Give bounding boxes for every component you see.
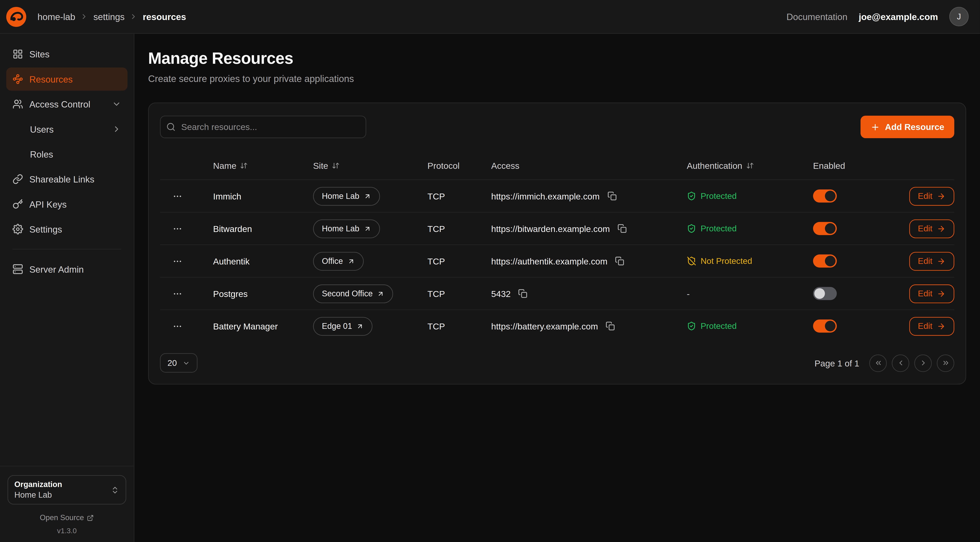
resource-name: Bitwarden — [213, 223, 313, 234]
pager: Page 1 of 1 — [815, 354, 954, 372]
enabled-toggle[interactable] — [813, 222, 837, 235]
page-subtitle: Create secure proxies to your private ap… — [148, 73, 966, 84]
breadcrumb-settings[interactable]: settings — [93, 12, 125, 22]
sort-icon[interactable] — [746, 162, 754, 169]
edit-button[interactable]: Edit — [909, 187, 954, 206]
sidebar-item-label: Roles — [30, 149, 53, 159]
chevron-right-icon — [112, 124, 121, 134]
arrow-right-icon — [937, 192, 945, 201]
ellipsis-icon — [172, 321, 183, 331]
arrow-right-icon — [937, 322, 945, 330]
copy-button[interactable] — [616, 223, 628, 234]
column-protocol-label: Protocol — [427, 161, 460, 171]
body-row: Sites Resources Access Control Users Rol… — [0, 34, 980, 542]
user-email[interactable]: joe@example.com — [859, 12, 938, 22]
row-menu-button[interactable] — [170, 286, 185, 301]
copy-button[interactable] — [606, 190, 618, 202]
column-name-label: Name — [213, 161, 236, 171]
sort-icon[interactable] — [240, 162, 248, 169]
copy-button[interactable] — [604, 320, 616, 332]
row-menu-button[interactable] — [170, 319, 185, 333]
add-resource-button[interactable]: Add Resource — [861, 116, 954, 138]
avatar[interactable]: J — [949, 7, 969, 26]
edit-button[interactable]: Edit — [909, 317, 954, 335]
arrow-up-right-icon — [364, 225, 371, 233]
sidebar-item-label: API Keys — [29, 199, 67, 209]
documentation-link[interactable]: Documentation — [786, 12, 847, 22]
auth-status: - — [687, 289, 690, 298]
sidebar: Sites Resources Access Control Users Rol… — [0, 34, 134, 542]
enabled-toggle[interactable] — [813, 190, 837, 202]
shield-check-icon — [687, 191, 696, 201]
site-link[interactable]: Home Lab — [313, 219, 380, 238]
table-row: Bitwarden Home Lab TCP https://bitwarden… — [160, 212, 954, 244]
table-row: Battery Manager Edge 01 TCP https://batt… — [160, 309, 954, 342]
sidebar-item-resources[interactable]: Resources — [6, 67, 127, 91]
enabled-toggle[interactable] — [813, 255, 837, 268]
edit-button[interactable]: Edit — [909, 219, 954, 238]
page-size-select[interactable]: 20 — [160, 353, 197, 373]
sidebar-footer: Organization Home Lab Open Source v1.3.0 — [0, 466, 134, 542]
row-menu-button[interactable] — [170, 221, 185, 236]
resource-rows: Immich Home Lab TCP https://immich.examp… — [160, 179, 954, 342]
breadcrumb: home-lab settings resources — [38, 12, 186, 22]
sidebar-item-sites[interactable]: Sites — [6, 43, 127, 65]
site-link[interactable]: Office — [313, 252, 364, 270]
arrow-up-right-icon — [356, 322, 364, 330]
site-link[interactable]: Second Office — [313, 284, 393, 303]
sidebar-item-access-control[interactable]: Access Control — [6, 92, 127, 116]
edit-button[interactable]: Edit — [909, 284, 954, 303]
chevrons-up-down-icon — [111, 485, 119, 494]
sidebar-item-settings[interactable]: Settings — [6, 218, 127, 241]
sidebar-item-shareable-links[interactable]: Shareable Links — [6, 167, 127, 191]
enabled-toggle[interactable] — [813, 319, 837, 333]
chevron-right-icon — [80, 13, 89, 21]
last-page-button[interactable] — [937, 354, 954, 372]
edit-button[interactable]: Edit — [909, 252, 954, 270]
link-icon — [13, 174, 23, 184]
sidebar-divider — [13, 249, 121, 249]
sidebar-item-server-admin[interactable]: Server Admin — [6, 258, 127, 281]
table-row: Postgres Second Office TCP 5432 - Edit — [160, 277, 954, 309]
resource-name: Postgres — [213, 289, 313, 298]
shield-check-icon — [687, 224, 696, 233]
sidebar-item-roles[interactable]: Roles — [6, 142, 127, 166]
pangolin-logo[interactable] — [5, 5, 27, 28]
add-resource-label: Add Resource — [885, 122, 944, 132]
open-source-link[interactable]: Open Source — [8, 513, 126, 522]
chevron-right-icon — [919, 359, 927, 367]
copy-button[interactable] — [614, 255, 625, 267]
copy-button[interactable] — [517, 287, 529, 300]
auth-status: Not Protected — [687, 256, 752, 266]
table-header: Name Site Protocol Access Authenticati — [160, 152, 954, 179]
search-input[interactable] — [160, 116, 366, 138]
breadcrumb-home-lab[interactable]: home-lab — [38, 12, 75, 22]
breadcrumb-resources: resources — [143, 12, 186, 22]
row-menu-button[interactable] — [170, 253, 185, 268]
sidebar-item-users[interactable]: Users — [6, 118, 127, 140]
sidebar-item-api-keys[interactable]: API Keys — [6, 193, 127, 215]
next-page-button[interactable] — [914, 354, 932, 372]
column-enabled-label: Enabled — [813, 161, 845, 171]
previous-page-button[interactable] — [892, 354, 909, 372]
site-link[interactable]: Edge 01 — [313, 317, 373, 335]
table-row: Authentik Office TCP https://authentik.e… — [160, 244, 954, 277]
resource-name: Authentik — [213, 256, 313, 266]
sort-icon[interactable] — [332, 162, 339, 169]
access-url: https://immich.example.com — [491, 191, 600, 201]
arrow-up-right-icon — [377, 290, 385, 297]
resources-toolbar: Add Resource — [160, 116, 954, 138]
resources-panel: Add Resource Name Site Protocol — [148, 103, 966, 385]
protocol: TCP — [427, 321, 491, 331]
enabled-toggle[interactable] — [813, 287, 837, 300]
copy-icon — [607, 191, 617, 201]
arrow-up-right-icon — [364, 192, 371, 200]
first-page-button[interactable] — [869, 354, 887, 372]
main-content: Manage Resources Create secure proxies t… — [134, 34, 980, 542]
version-label: v1.3.0 — [8, 527, 126, 535]
ellipsis-icon — [172, 289, 183, 298]
site-link[interactable]: Home Lab — [313, 187, 380, 206]
row-menu-button[interactable] — [170, 188, 185, 203]
organization-picker[interactable]: Organization Home Lab — [8, 475, 126, 505]
column-authentication-label: Authentication — [687, 161, 742, 171]
